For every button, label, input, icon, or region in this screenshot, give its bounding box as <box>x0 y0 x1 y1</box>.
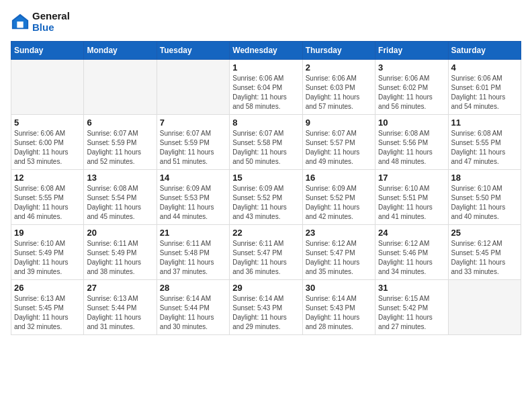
logo-icon <box>11 13 30 32</box>
day-number: 13 <box>87 173 153 183</box>
day-number: 23 <box>306 228 372 238</box>
day-number: 31 <box>378 283 445 293</box>
day-info: Sunrise: 6:06 AMSunset: 6:03 PMDaylight:… <box>306 74 372 111</box>
day-number: 6 <box>87 118 153 128</box>
calendar-cell: 28Sunrise: 6:14 AMSunset: 5:44 PMDayligh… <box>157 280 229 335</box>
header-wednesday: Wednesday <box>230 42 302 60</box>
day-number: 5 <box>14 118 81 128</box>
calendar-cell: 15Sunrise: 6:09 AMSunset: 5:52 PMDayligh… <box>230 170 302 225</box>
header-tuesday: Tuesday <box>157 42 229 60</box>
calendar-cell <box>11 60 84 115</box>
day-info: Sunrise: 6:06 AMSunset: 6:02 PMDaylight:… <box>378 74 445 111</box>
day-number: 29 <box>232 283 299 293</box>
day-info: Sunrise: 6:14 AMSunset: 5:43 PMDaylight:… <box>232 294 299 332</box>
calendar-cell: 24Sunrise: 6:12 AMSunset: 5:46 PMDayligh… <box>375 225 448 280</box>
header-friday: Friday <box>375 42 448 60</box>
header-monday: Monday <box>84 42 157 60</box>
day-info: Sunrise: 6:07 AMSunset: 5:59 PMDaylight:… <box>160 129 226 167</box>
day-info: Sunrise: 6:12 AMSunset: 5:45 PMDaylight:… <box>451 239 518 277</box>
day-number: 14 <box>160 173 226 183</box>
day-info: Sunrise: 6:08 AMSunset: 5:56 PMDaylight:… <box>378 129 445 167</box>
day-number: 22 <box>232 228 299 238</box>
svg-rect-2 <box>17 21 23 28</box>
day-number: 25 <box>451 228 518 238</box>
day-info: Sunrise: 6:13 AMSunset: 5:45 PMDaylight:… <box>14 294 81 332</box>
day-number: 7 <box>160 118 226 128</box>
day-number: 20 <box>87 228 153 238</box>
calendar-cell: 11Sunrise: 6:08 AMSunset: 5:55 PMDayligh… <box>448 115 521 170</box>
calendar-cell: 26Sunrise: 6:13 AMSunset: 5:45 PMDayligh… <box>11 280 84 335</box>
day-info: Sunrise: 6:08 AMSunset: 5:54 PMDaylight:… <box>87 184 153 222</box>
day-info: Sunrise: 6:10 AMSunset: 5:49 PMDaylight:… <box>14 239 81 277</box>
calendar-week-1: 1Sunrise: 6:06 AMSunset: 6:04 PMDaylight… <box>11 60 521 115</box>
logo-text: General Blue <box>32 11 70 33</box>
calendar-cell: 5Sunrise: 6:06 AMSunset: 6:00 PMDaylight… <box>11 115 84 170</box>
calendar-cell: 8Sunrise: 6:07 AMSunset: 5:58 PMDaylight… <box>230 115 302 170</box>
day-info: Sunrise: 6:08 AMSunset: 5:55 PMDaylight:… <box>14 184 81 222</box>
day-number: 18 <box>451 173 518 183</box>
day-info: Sunrise: 6:14 AMSunset: 5:44 PMDaylight:… <box>160 294 226 332</box>
day-info: Sunrise: 6:06 AMSunset: 6:04 PMDaylight:… <box>232 74 299 111</box>
calendar-cell: 1Sunrise: 6:06 AMSunset: 6:04 PMDaylight… <box>230 60 302 115</box>
calendar-cell <box>448 280 521 335</box>
day-number: 17 <box>378 173 445 183</box>
calendar-cell: 30Sunrise: 6:14 AMSunset: 5:43 PMDayligh… <box>302 280 375 335</box>
day-number: 1 <box>232 62 299 73</box>
calendar-cell: 9Sunrise: 6:07 AMSunset: 5:57 PMDaylight… <box>302 115 375 170</box>
calendar-cell: 18Sunrise: 6:10 AMSunset: 5:50 PMDayligh… <box>448 170 521 225</box>
calendar-cell <box>84 60 157 115</box>
day-number: 26 <box>14 283 81 293</box>
day-number: 21 <box>160 228 226 238</box>
day-info: Sunrise: 6:10 AMSunset: 5:50 PMDaylight:… <box>451 184 518 222</box>
header-saturday: Saturday <box>448 42 521 60</box>
day-info: Sunrise: 6:10 AMSunset: 5:51 PMDaylight:… <box>378 184 445 222</box>
day-info: Sunrise: 6:07 AMSunset: 5:59 PMDaylight:… <box>87 129 153 167</box>
calendar-cell: 17Sunrise: 6:10 AMSunset: 5:51 PMDayligh… <box>375 170 448 225</box>
header-sunday: Sunday <box>11 42 84 60</box>
day-number: 3 <box>378 62 445 73</box>
day-info: Sunrise: 6:06 AMSunset: 6:01 PMDaylight:… <box>451 74 518 111</box>
calendar-cell: 20Sunrise: 6:11 AMSunset: 5:49 PMDayligh… <box>84 225 157 280</box>
day-number: 30 <box>306 283 372 293</box>
day-info: Sunrise: 6:09 AMSunset: 5:53 PMDaylight:… <box>160 184 226 222</box>
day-number: 8 <box>232 118 299 128</box>
calendar-cell: 16Sunrise: 6:09 AMSunset: 5:52 PMDayligh… <box>302 170 375 225</box>
day-number: 27 <box>87 283 153 293</box>
day-number: 16 <box>306 173 372 183</box>
day-info: Sunrise: 6:08 AMSunset: 5:55 PMDaylight:… <box>451 129 518 167</box>
calendar-cell: 27Sunrise: 6:13 AMSunset: 5:44 PMDayligh… <box>84 280 157 335</box>
logo: General Blue <box>11 11 70 33</box>
header-thursday: Thursday <box>302 42 375 60</box>
calendar-week-2: 5Sunrise: 6:06 AMSunset: 6:00 PMDaylight… <box>11 115 521 170</box>
calendar-cell: 4Sunrise: 6:06 AMSunset: 6:01 PMDaylight… <box>448 60 521 115</box>
calendar-cell: 19Sunrise: 6:10 AMSunset: 5:49 PMDayligh… <box>11 225 84 280</box>
day-number: 12 <box>14 173 81 183</box>
day-number: 15 <box>232 173 299 183</box>
day-info: Sunrise: 6:09 AMSunset: 5:52 PMDaylight:… <box>306 184 372 222</box>
calendar-cell: 12Sunrise: 6:08 AMSunset: 5:55 PMDayligh… <box>11 170 84 225</box>
calendar-cell: 3Sunrise: 6:06 AMSunset: 6:02 PMDaylight… <box>375 60 448 115</box>
calendar-week-4: 19Sunrise: 6:10 AMSunset: 5:49 PMDayligh… <box>11 225 521 280</box>
day-number: 2 <box>306 62 372 73</box>
calendar-header-row: SundayMondayTuesdayWednesdayThursdayFrid… <box>11 42 521 60</box>
day-info: Sunrise: 6:12 AMSunset: 5:47 PMDaylight:… <box>306 239 372 277</box>
calendar-cell <box>157 60 229 115</box>
day-info: Sunrise: 6:09 AMSunset: 5:52 PMDaylight:… <box>232 184 299 222</box>
day-info: Sunrise: 6:11 AMSunset: 5:47 PMDaylight:… <box>232 239 299 277</box>
day-info: Sunrise: 6:11 AMSunset: 5:49 PMDaylight:… <box>87 239 153 277</box>
calendar-week-5: 26Sunrise: 6:13 AMSunset: 5:45 PMDayligh… <box>11 280 521 335</box>
day-info: Sunrise: 6:12 AMSunset: 5:46 PMDaylight:… <box>378 239 445 277</box>
day-info: Sunrise: 6:15 AMSunset: 5:42 PMDaylight:… <box>378 294 445 332</box>
calendar-week-3: 12Sunrise: 6:08 AMSunset: 5:55 PMDayligh… <box>11 170 521 225</box>
day-number: 10 <box>378 118 445 128</box>
calendar-cell: 31Sunrise: 6:15 AMSunset: 5:42 PMDayligh… <box>375 280 448 335</box>
page-header: General Blue <box>11 11 521 33</box>
day-info: Sunrise: 6:11 AMSunset: 5:48 PMDaylight:… <box>160 239 226 277</box>
calendar-cell: 6Sunrise: 6:07 AMSunset: 5:59 PMDaylight… <box>84 115 157 170</box>
calendar-cell: 21Sunrise: 6:11 AMSunset: 5:48 PMDayligh… <box>157 225 229 280</box>
calendar-table: SundayMondayTuesdayWednesdayThursdayFrid… <box>11 41 521 335</box>
day-info: Sunrise: 6:14 AMSunset: 5:43 PMDaylight:… <box>306 294 372 332</box>
day-info: Sunrise: 6:07 AMSunset: 5:58 PMDaylight:… <box>232 129 299 167</box>
day-number: 19 <box>14 228 81 238</box>
calendar-cell: 14Sunrise: 6:09 AMSunset: 5:53 PMDayligh… <box>157 170 229 225</box>
